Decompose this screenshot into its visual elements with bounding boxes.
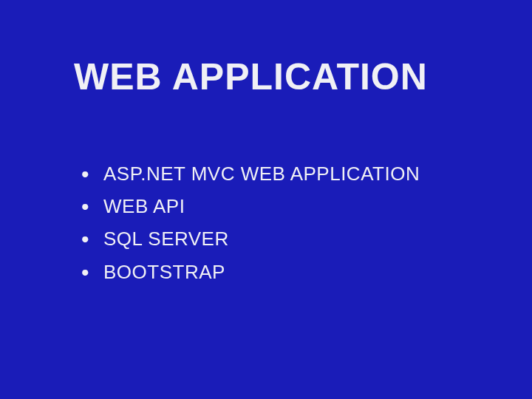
list-item: WEB API <box>81 190 488 222</box>
list-item: BOOTSTRAP <box>81 256 488 288</box>
list-item: SQL SERVER <box>81 222 488 255</box>
slide-container: WEB APPLICATION ASP.NET MVC WEB APPLICAT… <box>0 0 532 399</box>
list-item: ASP.NET MVC WEB APPLICATION <box>81 157 488 190</box>
technology-list: ASP.NET MVC WEB APPLICATION WEB API SQL … <box>66 157 488 288</box>
slide-title: WEB APPLICATION <box>74 55 488 98</box>
